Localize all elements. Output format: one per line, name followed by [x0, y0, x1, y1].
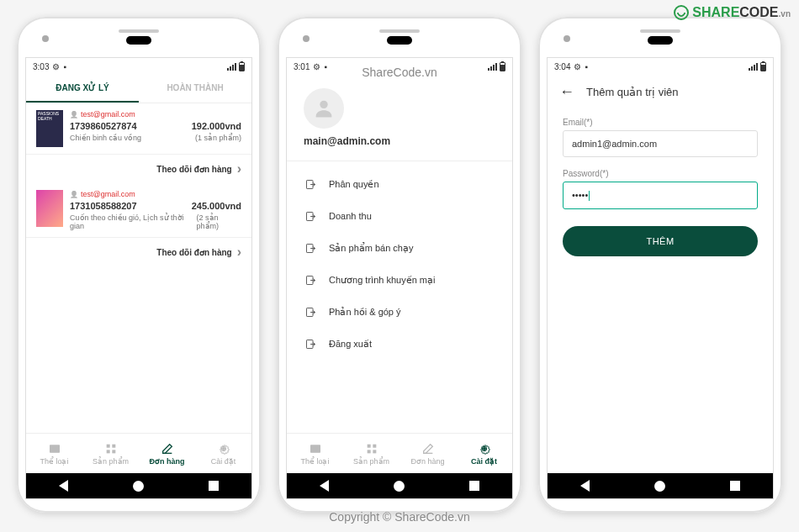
svg-rect-16 — [367, 450, 370, 453]
setting-item[interactable]: Doanh thu — [287, 200, 512, 232]
svg-rect-1 — [106, 444, 109, 447]
submit-button[interactable]: THÊM — [563, 226, 758, 256]
track-order-link[interactable]: Theo dõi đơn hàng — [26, 155, 251, 183]
sharecode-logo: SHARECODE.vn — [674, 5, 791, 20]
svg-rect-0 — [50, 445, 60, 452]
password-label: Password(*) — [563, 169, 758, 178]
category-icon — [309, 442, 322, 456]
android-nav — [26, 473, 251, 498]
nav-label: Thể loại — [300, 457, 329, 466]
setting-label: Sản phẩm bán chạy — [329, 243, 414, 254]
android-recents[interactable] — [469, 481, 479, 491]
android-recents[interactable] — [209, 481, 219, 491]
android-back[interactable] — [580, 480, 590, 492]
android-recents[interactable] — [730, 481, 740, 491]
phone-mockup-3: 3:04⚙▪ ← Thêm quản trị viên Email(*) Pas… — [538, 17, 782, 513]
nav-label: Cài đặt — [471, 457, 497, 466]
nav-category[interactable]: Thể loại — [287, 434, 343, 473]
android-home[interactable] — [133, 481, 144, 492]
avatar — [304, 88, 344, 129]
order-qty: (1 sản phẩm) — [195, 134, 241, 142]
svg-rect-17 — [373, 450, 376, 453]
nav-category[interactable]: Thể loại — [26, 434, 82, 473]
edit-icon — [421, 442, 435, 456]
android-nav — [287, 473, 512, 498]
phone-mockup-1: 3:03⚙▪ ĐANG XỬ LÝ HOÀN THÀNH PASSIONS DE… — [17, 17, 261, 513]
nav-label: Sản phẩm — [353, 457, 389, 466]
nav-edit[interactable]: Đơn hàng — [400, 434, 456, 473]
nav-grid[interactable]: Sản phẩm — [82, 434, 139, 473]
svg-rect-3 — [106, 450, 109, 453]
order-card: PASSIONS DEATH test@gmail.com 1739860527… — [26, 103, 251, 155]
setting-item[interactable]: Chương trình khuyến mại — [287, 264, 512, 296]
order-qty: (2 sản phẩm) — [197, 213, 241, 230]
order-thumb: PASSIONS DEATH — [36, 110, 63, 147]
exit-icon — [304, 337, 317, 350]
svg-point-5 — [222, 447, 225, 450]
order-id: 1731058588207 — [70, 201, 137, 211]
password-field[interactable]: ••••• — [563, 182, 758, 209]
order-desc: Cuốn theo chiều gió, Lịch sử thời gian — [70, 213, 197, 230]
order-email: test@gmail.com — [70, 190, 241, 198]
setting-label: Chương trình khuyến mại — [329, 275, 435, 286]
nav-gear[interactable]: Cài đặt — [195, 434, 251, 473]
profile-header: main@admin.com — [287, 75, 512, 161]
status-bar: 3:01⚙▪ — [287, 58, 512, 75]
back-button[interactable]: ← — [559, 83, 574, 101]
order-card: test@gmail.com 1731058588207245.000vnd C… — [26, 183, 251, 238]
order-email: test@gmail.com — [70, 110, 241, 119]
svg-point-6 — [320, 101, 327, 108]
order-tabs: ĐANG XỬ LÝ HOÀN THÀNH — [26, 75, 251, 103]
setting-item[interactable]: Phân quyền — [287, 168, 512, 200]
status-bar: 3:03⚙▪ — [26, 58, 251, 75]
grid-icon — [104, 442, 118, 456]
nav-gear[interactable]: Cài đặt — [456, 434, 512, 473]
order-price: 192.000vnd — [192, 121, 241, 131]
track-order-link[interactable]: Theo dõi đơn hàng — [26, 238, 251, 266]
android-home[interactable] — [394, 481, 405, 492]
edit-icon — [161, 442, 174, 456]
svg-rect-2 — [112, 444, 115, 447]
bottom-nav: Thể loại Sản phẩm Đơn hàng Cài đặt — [287, 433, 512, 473]
exit-icon — [304, 305, 317, 319]
svg-rect-15 — [373, 444, 376, 447]
nav-label: Thể loại — [40, 457, 68, 466]
exit-icon — [304, 241, 317, 255]
status-bar: 3:04⚙▪ — [548, 58, 773, 75]
setting-item[interactable]: Đăng xuất — [287, 328, 512, 360]
nav-label: Đơn hàng — [150, 457, 185, 466]
tab-completed[interactable]: HOÀN THÀNH — [139, 75, 251, 103]
email-field[interactable] — [563, 130, 758, 157]
bottom-nav: Thể loại Sản phẩm Đơn hàng Cài đặt — [26, 433, 251, 473]
profile-email: main@admin.com — [304, 135, 495, 147]
setting-item[interactable]: Sản phẩm bán chạy — [287, 232, 512, 264]
category-icon — [48, 442, 61, 456]
order-thumb — [36, 190, 63, 227]
svg-rect-13 — [310, 445, 320, 452]
email-label: Email(*) — [563, 118, 758, 127]
svg-rect-14 — [367, 444, 370, 447]
setting-item[interactable]: Phản hồi & góp ý — [287, 296, 512, 328]
setting-label: Đăng xuất — [329, 339, 372, 350]
exit-icon — [304, 209, 317, 223]
nav-edit[interactable]: Đơn hàng — [139, 434, 195, 473]
android-back[interactable] — [59, 480, 68, 492]
setting-label: Doanh thu — [329, 211, 372, 221]
tab-processing[interactable]: ĐANG XỬ LÝ — [26, 75, 139, 103]
setting-label: Phân quyền — [329, 179, 379, 190]
nav-label: Sản phẩm — [93, 457, 129, 466]
android-nav — [548, 473, 773, 498]
android-back[interactable] — [320, 480, 329, 492]
exit-icon — [304, 273, 317, 287]
order-id: 1739860527874 — [70, 121, 137, 131]
setting-label: Phản hồi & góp ý — [329, 307, 401, 318]
gear-icon — [217, 442, 230, 456]
nav-grid[interactable]: Sản phẩm — [343, 434, 400, 473]
gear-icon — [478, 442, 491, 456]
nav-label: Đơn hàng — [410, 457, 444, 466]
titlebar: ← Thêm quản trị viên — [548, 75, 773, 109]
android-home[interactable] — [654, 481, 665, 492]
svg-rect-4 — [112, 450, 115, 453]
order-price: 245.000vnd — [192, 201, 241, 211]
nav-label: Cài đặt — [211, 457, 236, 466]
